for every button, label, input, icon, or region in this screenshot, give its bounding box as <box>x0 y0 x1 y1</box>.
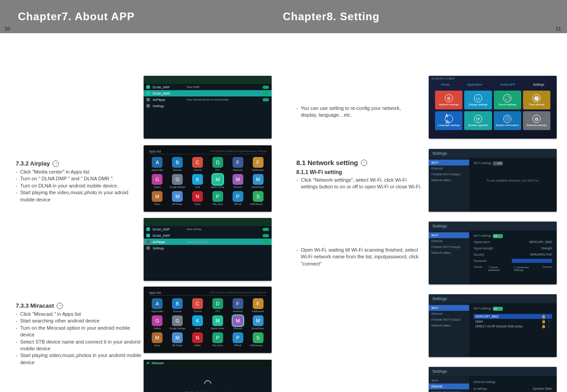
app-icon[interactable]: MMusic <box>149 191 166 205</box>
app-icon[interactable]: GGallery <box>149 315 166 330</box>
settings-menu-item[interactable]: Wi-Fi <box>429 378 469 383</box>
settings-menu-item[interactable]: Network status <box>429 322 469 328</box>
airplay-heading: 7.3.2 Airplay <box>16 160 137 167</box>
settings-menu-item[interactable]: Portable Wi-Fi hotspot <box>429 389 469 392</box>
app-icon[interactable]: MMoviePlayer <box>250 174 266 188</box>
advanced-settings[interactable]: Advanced Settings <box>514 266 528 271</box>
settings-tile[interactable]: 🔊Sound settings <box>494 91 521 109</box>
list-item: Turn on DLNA in your android mobile devi… <box>16 183 137 189</box>
app-icon[interactable]: DDTV <box>209 157 226 171</box>
app-icon[interactable]: MMX Player <box>169 332 186 347</box>
app-icon[interactable]: GGallery <box>149 174 166 188</box>
list-item: Start playing video,music,photos in your… <box>16 352 141 366</box>
settings-intro: You can use setting to re-config your ne… <box>296 105 418 119</box>
app-icon[interactable]: MMX Player <box>169 191 186 205</box>
settings-menu-item[interactable]: Wi-Fi <box>429 305 469 311</box>
app-icon[interactable]: PPlay Store <box>209 191 226 205</box>
menu-row[interactable]: Settings <box>144 245 272 251</box>
settings-menu-item[interactable]: Network status <box>429 250 469 256</box>
app-icon[interactable]: FFileBrowser <box>250 298 266 313</box>
app-icon[interactable]: CChrome <box>189 298 206 313</box>
menu-row[interactable]: DLNA_DMR <box>144 90 272 96</box>
app-icon[interactable]: NNetflix <box>189 332 206 347</box>
app-icon[interactable]: BBrowser <box>169 157 186 171</box>
menu-row[interactable]: AirPlayerAuto started Device on AndroidA… <box>144 96 272 103</box>
heading-8-1-1: 8.1.1 Wi-Fi setting <box>296 169 422 175</box>
settings-menu-item[interactable]: Portable Wi-Fi hotspot <box>429 171 469 177</box>
show-password[interactable]: Show password <box>488 266 500 271</box>
app-icon[interactable]: PPPPoE <box>229 332 246 347</box>
settings-tile[interactable]: AあLanguage settings <box>435 111 462 130</box>
screenshot-apps-list-2: Apps listCPU:22°Ctemp. Engine. temp:gree… <box>144 287 272 353</box>
wifi-switch-off[interactable] <box>493 161 503 166</box>
menu-row[interactable]: DLNA_DMPStart AirPlay <box>144 226 272 232</box>
arrow-icon <box>53 161 59 167</box>
app-icon[interactable]: MMedia Center <box>209 315 226 330</box>
app-icon[interactable]: PPlay Store <box>209 332 226 347</box>
password-input[interactable] <box>512 259 552 263</box>
app-icon[interactable]: MMedia Center <box>209 174 226 188</box>
miracast-title: Miracast <box>152 362 163 365</box>
app-icon[interactable]: FFileBrowser <box>250 157 266 171</box>
settings-menu-item[interactable]: Ethernet <box>429 166 469 171</box>
app-icon[interactable]: AAppInstaller <box>149 157 166 171</box>
settings-menu-item[interactable]: Ethernet <box>429 311 469 317</box>
val-signal: MERCURY_B802 <box>529 240 552 244</box>
cancel-button[interactable]: Cancel <box>474 266 482 271</box>
list-item: Turn on " DLNA DMP " and " DLNA DMR ". <box>16 175 137 182</box>
menu-row[interactable]: DLNA_DMPStart DMR <box>144 84 272 90</box>
settings-menu-item[interactable]: Ethernet <box>429 238 469 244</box>
settings-tile[interactable]: ▭Display settings <box>464 91 492 109</box>
settings-menu-item[interactable]: Portable Wi-Fi hotspot <box>429 317 469 322</box>
app-icon[interactable]: BBrowser <box>169 298 186 313</box>
app-icon[interactable]: SSAMCleaner Pro <box>250 332 266 347</box>
miracast-heading: 7.3.3 Miracast <box>16 302 141 309</box>
menu-row[interactable]: Settings <box>144 103 272 109</box>
settings-tile[interactable]: ⚙Network settings <box>435 91 462 109</box>
settings-menu-item[interactable]: Ethernet <box>429 383 469 389</box>
settings-tile[interactable]: ⟳System upgrade <box>464 111 492 130</box>
app-icon[interactable]: NNetflix <box>189 191 206 205</box>
nav-tab[interactable]: Settings <box>533 83 544 86</box>
arrow-icon <box>361 160 367 166</box>
wifi-switch-on[interactable] <box>493 234 503 238</box>
nav-tab[interactable]: Home <box>441 83 450 86</box>
field-signal: Signal name <box>474 240 490 244</box>
settings-menu-item[interactable]: Portable Wi-Fi hotspot <box>429 244 469 250</box>
settings-tile[interactable]: ⓘSystem information <box>494 111 521 130</box>
app-icon[interactable]: GGoogle Settings <box>169 315 186 330</box>
app-icon[interactable]: MMoviePlayer <box>250 315 266 330</box>
app-icon[interactable]: SSAMCleaner Pro <box>250 191 266 205</box>
screenshot-wifi-list: Settings Wi-FiEthernetPortable Wi-Fi hot… <box>429 294 557 357</box>
field-strength: Signal strength <box>474 247 493 250</box>
nav-tab[interactable]: Application <box>467 83 482 86</box>
app-icon[interactable]: MMusic <box>149 332 166 347</box>
app-icon[interactable]: FFacebook <box>229 157 246 171</box>
wifi-network[interactable]: DIRECT-10-HP DeskJet 4530 series🔒 ⋮ <box>474 324 552 329</box>
settings-tile[interactable]: 🕐Time settings <box>523 91 550 109</box>
wifi-network[interactable]: MERCURY_B802🔒 ⋮ <box>474 314 552 319</box>
settings-menu-item[interactable]: Wi-Fi <box>429 232 469 238</box>
settings-menu-item[interactable]: Network status <box>429 177 469 183</box>
app-icon[interactable]: KKodi <box>189 315 206 330</box>
menu-row[interactable]: DLNA_DMR <box>144 232 272 239</box>
wifi-switch-on[interactable] <box>493 307 503 311</box>
app-icon[interactable]: PPPPoE <box>229 191 246 205</box>
app-icon[interactable]: DDTV <box>209 298 226 313</box>
nav-tab[interactable]: Smart APP <box>500 83 515 86</box>
settings-menu-item[interactable]: Wi-Fi <box>429 160 469 166</box>
app-icon[interactable]: KKodi <box>189 174 206 188</box>
app-icon[interactable]: MMiracast <box>229 174 246 188</box>
app-icon[interactable]: FFacebook <box>229 298 246 313</box>
section-airplay: 7.3.2 Airplay Click "Media center" in Ap… <box>16 160 137 203</box>
app-icon[interactable]: GGoogle Settings <box>169 174 186 188</box>
app-icon[interactable]: MMiracast <box>229 315 246 330</box>
connect-button[interactable]: Connect <box>542 266 552 271</box>
field-security: Security <box>474 253 484 256</box>
app-icon[interactable]: AAppInstaller <box>149 298 166 313</box>
settings-tile[interactable]: ✿Advance settings <box>523 111 550 130</box>
screenshot-media-center-dlna: DLNA_DMPStart DMRDLNA_DMRAirPlayerAuto s… <box>144 76 272 139</box>
menu-row[interactable]: AirPlayerAutomatically Start <box>144 239 272 245</box>
app-icon[interactable]: CChrome <box>189 157 206 171</box>
wifi-network[interactable]: bijiabi🔒 ⋮ <box>474 319 552 324</box>
